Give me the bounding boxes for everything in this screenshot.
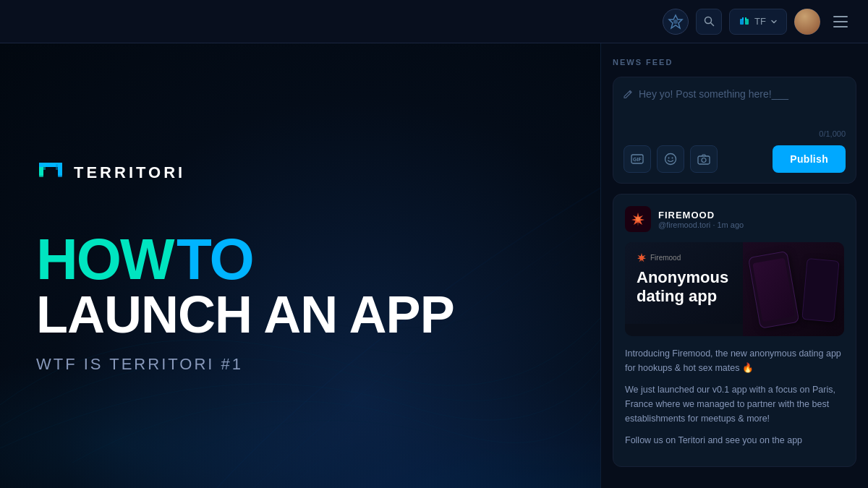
feed-post-text-2: We just launched our v0.1 app with a foc… [625,382,844,426]
svg-point-0 [673,20,678,24]
token-selector[interactable]: TF [729,9,787,35]
hero-logo: TERRITORI [36,158,564,187]
user-avatar[interactable] [794,9,820,35]
svg-rect-10 [58,163,62,176]
feed-username: FIREMOOD [658,210,844,221]
post-box: Hey yo! Post something here!___ 0/1,000 … [613,77,856,184]
chevron-down-icon [770,18,778,25]
svg-point-22 [636,217,640,221]
svg-rect-11 [39,174,43,177]
pencil-icon [624,89,633,100]
hero-how: HOW [36,227,174,291]
feed-handle: @firemood.tori · 1m ago [658,221,844,229]
svg-rect-12 [58,174,62,177]
emoji-button[interactable] [657,145,684,173]
hamburger-menu[interactable] [827,9,854,35]
svg-point-17 [665,154,676,165]
svg-line-2 [710,23,713,26]
hero-subtitle-text: WTF IS TERRITORI #1 [36,355,243,373]
feed-user-info: FIREMOOD @firemood.tori · 1m ago [658,210,844,229]
svg-rect-13 [43,164,46,170]
hero-title: HOW TO LAUNCH AN APP [36,231,564,341]
svg-point-19 [672,158,673,159]
hero-section: TERRITORI HOW TO LAUNCH AN APP WTF IS TE… [0,43,600,488]
feed-card: Firemood Anonymous dating app [625,242,844,336]
feed-card-title: Anonymous dating app [637,268,739,307]
publish-button[interactable]: Publish [773,145,846,173]
gif-button[interactable]: GIF [624,145,651,173]
svg-rect-6 [745,17,746,20]
main-layout: TERRITORI HOW TO LAUNCH AN APP WTF IS TE… [0,43,868,488]
feed-post: FIREMOOD @firemood.tori · 1m ago Fir [613,194,856,467]
hero-subtitle: WTF IS TERRITORI #1 [36,355,564,374]
svg-rect-5 [742,17,744,20]
feed-post-text-1: Introducing Firemood, the new anonymous … [625,346,844,375]
token-label: TF [754,16,766,27]
card-app-name: Firemood [650,254,681,262]
svg-rect-14 [56,164,58,170]
news-feed-label: NEWS FEED [613,58,856,67]
char-count: 0/1,000 [624,129,846,138]
feed-card-logo: Firemood [637,252,739,262]
feed-post-text-3: Follow us on Teritori and see you on the… [625,433,844,448]
post-placeholder-text[interactable]: Hey yo! Post something here!___ [639,87,846,102]
post-input-area: Hey yo! Post something here!___ [624,87,846,124]
svg-rect-20 [698,156,710,164]
logo-text: TERRITORI [74,163,185,182]
right-sidebar: NEWS FEED Hey yo! Post something here!__… [600,43,868,488]
feed-post-header: FIREMOOD @firemood.tori · 1m ago [625,206,844,232]
svg-point-18 [668,158,670,159]
feed-post-avatar [625,206,651,232]
phone-mockup-1 [748,251,800,329]
hero-to: TO [176,227,253,291]
hero-launch: LAUNCH AN APP [36,288,564,341]
camera-button[interactable] [690,145,718,173]
nav-logo-icon[interactable] [663,9,689,35]
logo-icon [36,158,65,187]
phone-mockups [743,242,844,336]
search-button[interactable] [696,9,722,35]
phone-mockup-2 [801,258,839,322]
svg-point-21 [702,158,706,162]
top-nav: TF [0,0,868,43]
svg-text:GIF: GIF [633,157,642,162]
post-actions: GIF [624,145,846,173]
